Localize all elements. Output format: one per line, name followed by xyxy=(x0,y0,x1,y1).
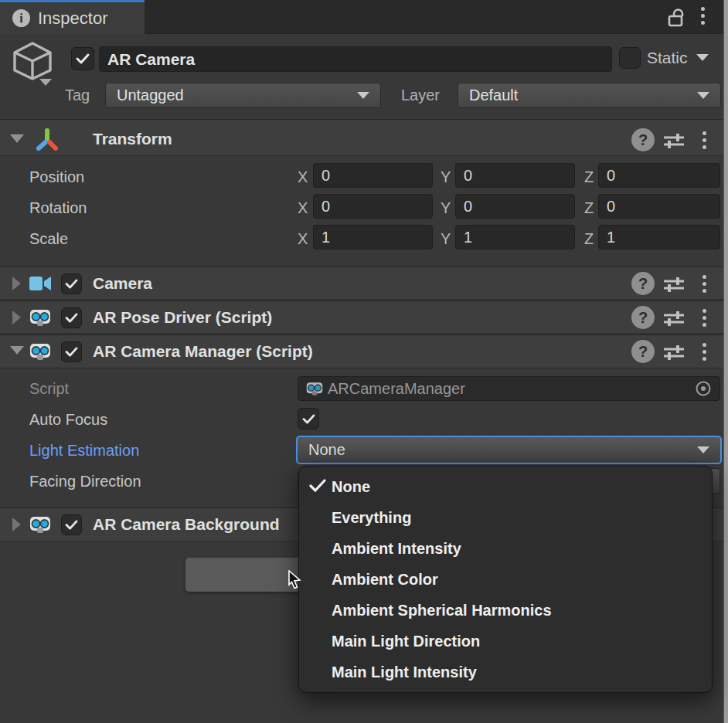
static-label[interactable]: Static xyxy=(647,49,688,67)
tab-bar: i Inspector xyxy=(0,0,723,34)
camera-kebab-menu-icon[interactable] xyxy=(702,275,706,293)
transform-kebab-menu-icon[interactable] xyxy=(702,131,706,149)
unlock-icon[interactable] xyxy=(666,6,688,29)
camera-icon xyxy=(29,274,53,293)
gameobject-icon-arrow[interactable] xyxy=(39,79,52,86)
pose-driver-kebab-menu-icon[interactable] xyxy=(702,309,706,327)
pose-driver-title: AR Pose Driver (Script) xyxy=(93,308,272,327)
scale-label: Scale xyxy=(29,230,68,248)
popup-item-none[interactable]: None xyxy=(299,471,712,502)
pose-driver-presets-icon[interactable] xyxy=(663,309,685,328)
scale-x-input[interactable] xyxy=(313,225,433,249)
background-foldout-icon[interactable] xyxy=(12,518,21,531)
window-edge xyxy=(723,0,728,723)
transform-icon xyxy=(34,127,60,153)
light-estimation-dropdown[interactable]: None xyxy=(296,436,722,464)
camera-manager-enabled-checkbox[interactable] xyxy=(61,341,82,362)
pose-driver-foldout-icon[interactable] xyxy=(12,311,21,324)
popup-item-everything[interactable]: Everything xyxy=(299,502,712,533)
script-object-field[interactable]: ARCameraManager xyxy=(298,376,720,401)
static-checkbox[interactable] xyxy=(619,47,641,69)
rotation-x-input[interactable] xyxy=(313,194,433,219)
tab-kebab-menu-icon[interactable] xyxy=(700,7,705,25)
camera-manager-title: AR Camera Manager (Script) xyxy=(93,342,313,361)
camera-presets-icon[interactable] xyxy=(663,275,685,294)
ar-script-icon xyxy=(29,341,51,362)
transform-presets-icon[interactable] xyxy=(663,131,685,150)
layer-label: Layer xyxy=(401,87,440,104)
popup-item-ambient-spherical-harmonics[interactable]: Ambient Spherical Harmonics xyxy=(299,595,712,626)
transform-title: Transform xyxy=(93,130,172,148)
tag-dropdown[interactable]: Untagged xyxy=(105,83,381,108)
auto-focus-label: Auto Focus xyxy=(29,411,107,429)
scale-x-axis-label: X xyxy=(298,230,308,248)
static-dropdown-arrow-icon[interactable] xyxy=(696,54,709,61)
popup-item-main-light-intensity[interactable]: Main Light Intensity xyxy=(299,657,712,687)
camera-manager-presets-icon[interactable] xyxy=(663,343,685,362)
rotation-z-input[interactable] xyxy=(598,194,720,219)
ar-script-icon xyxy=(29,307,51,328)
ar-script-icon xyxy=(29,514,51,535)
camera-enabled-checkbox[interactable] xyxy=(61,273,82,294)
info-icon: i xyxy=(12,9,30,27)
mouse-cursor xyxy=(286,570,303,590)
tab-title: Inspector xyxy=(38,8,108,29)
tab-inspector[interactable]: i Inspector xyxy=(0,0,145,34)
tag-value: Untagged xyxy=(117,87,184,104)
position-z-input[interactable] xyxy=(598,163,720,188)
object-picker-icon[interactable] xyxy=(695,380,712,397)
scale-z-axis-label: Z xyxy=(584,230,594,248)
light-estimation-popup: None Everything Ambient Intensity Ambien… xyxy=(298,466,713,693)
scale-y-axis-label: Y xyxy=(441,230,451,248)
camera-manager-kebab-menu-icon[interactable] xyxy=(702,343,706,361)
background-title: AR Camera Background xyxy=(93,515,280,534)
position-y-axis-label: Y xyxy=(441,168,451,186)
gameobject-cube-icon[interactable] xyxy=(10,41,55,81)
camera-manager-help-icon[interactable]: ? xyxy=(631,340,655,363)
light-estimation-dropdown-arrow-icon xyxy=(697,446,709,453)
script-label: Script xyxy=(29,380,69,398)
pose-driver-enabled-checkbox[interactable] xyxy=(61,307,82,328)
facing-direction-label: Facing Direction xyxy=(29,473,141,490)
transform-help-icon[interactable]: ? xyxy=(631,128,655,151)
scale-z-input[interactable] xyxy=(598,225,720,249)
rotation-label: Rotation xyxy=(29,199,87,217)
position-y-input[interactable] xyxy=(455,163,575,188)
gameobject-name-input[interactable] xyxy=(99,46,612,72)
rotation-y-axis-label: Y xyxy=(441,199,451,217)
rotation-y-input[interactable] xyxy=(455,194,575,219)
inspector-panel: i Inspector Static Tag Untagged Layer De… xyxy=(0,0,728,723)
popup-item-ambient-intensity[interactable]: Ambient Intensity xyxy=(299,533,712,564)
rotation-x-axis-label: X xyxy=(298,199,308,217)
layer-value: Default xyxy=(469,87,518,104)
check-icon xyxy=(309,479,326,493)
layer-dropdown-arrow-icon xyxy=(697,92,709,99)
layer-dropdown[interactable]: Default xyxy=(458,83,721,108)
script-value: ARCameraManager xyxy=(328,380,465,398)
camera-manager-foldout-icon[interactable] xyxy=(10,346,24,355)
popup-item-main-light-direction[interactable]: Main Light Direction xyxy=(299,626,712,657)
pose-driver-help-icon[interactable]: ? xyxy=(631,306,655,329)
background-enabled-checkbox[interactable] xyxy=(61,514,82,535)
position-z-axis-label: Z xyxy=(584,168,594,186)
camera-foldout-icon[interactable] xyxy=(12,277,21,290)
popup-item-ambient-color[interactable]: Ambient Color xyxy=(299,564,712,595)
position-x-axis-label: X xyxy=(298,168,308,186)
scale-y-input[interactable] xyxy=(455,225,575,249)
rotation-z-axis-label: Z xyxy=(584,199,594,217)
ar-script-icon xyxy=(306,380,323,397)
position-label: Position xyxy=(29,168,84,186)
light-estimation-label: Light Estimation xyxy=(29,442,139,460)
camera-help-icon[interactable]: ? xyxy=(631,272,655,295)
tag-dropdown-arrow-icon xyxy=(357,92,369,99)
auto-focus-checkbox[interactable] xyxy=(298,408,319,429)
tag-label: Tag xyxy=(65,87,90,104)
position-x-input[interactable] xyxy=(313,163,433,188)
light-estimation-value: None xyxy=(308,441,345,459)
camera-title: Camera xyxy=(93,274,152,293)
transform-foldout-icon[interactable] xyxy=(10,134,24,143)
gameobject-active-checkbox[interactable] xyxy=(71,47,94,70)
